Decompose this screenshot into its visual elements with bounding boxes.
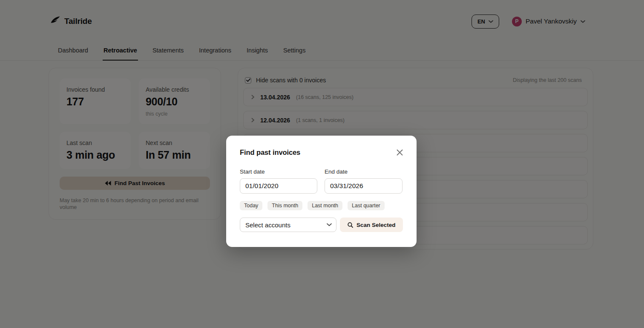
- scan-selected-button[interactable]: Scan Selected: [340, 218, 403, 232]
- close-button[interactable]: [395, 148, 405, 158]
- date-range-fields: Start date End date: [240, 168, 403, 194]
- chip-today[interactable]: Today: [240, 201, 262, 210]
- modal-title: Find past invoices: [240, 148, 300, 157]
- end-date-group: End date: [325, 168, 402, 194]
- start-date-input[interactable]: [240, 178, 317, 194]
- chevron-down-icon: [327, 223, 332, 226]
- find-past-invoices-modal: Find past invoices Start date End date T…: [226, 136, 417, 247]
- end-date-label: End date: [325, 168, 402, 175]
- scan-selected-label: Scan Selected: [356, 222, 396, 228]
- accounts-select[interactable]: Select accounts: [240, 218, 336, 232]
- chip-last-quarter[interactable]: Last quarter: [348, 201, 385, 210]
- start-date-label: Start date: [240, 168, 317, 175]
- search-icon: [348, 222, 353, 228]
- accounts-select-value: Select accounts: [245, 221, 290, 229]
- quick-range-chips: Today This month Last month Last quarter: [240, 201, 403, 210]
- close-icon: [397, 149, 403, 156]
- end-date-input[interactable]: [325, 178, 402, 194]
- modal-header: Find past invoices: [240, 148, 403, 158]
- modal-actions: Select accounts Scan Selected: [240, 218, 403, 232]
- chip-last-month[interactable]: Last month: [308, 201, 342, 210]
- start-date-group: Start date: [240, 168, 317, 194]
- chip-this-month[interactable]: This month: [267, 201, 302, 210]
